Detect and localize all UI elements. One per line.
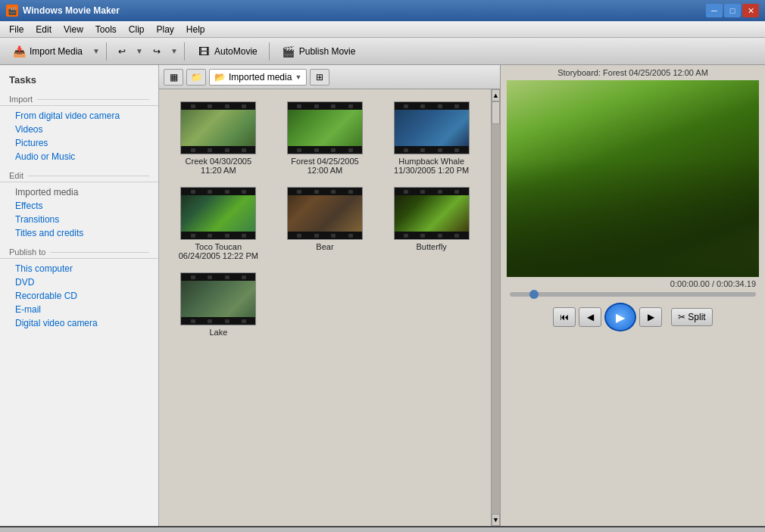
task-dvd[interactable]: DVD: [0, 275, 158, 289]
task-recordable-cd[interactable]: Recordable CD: [0, 289, 158, 303]
scroll-thumb[interactable]: [492, 101, 500, 124]
window-title: Windows Movie Maker: [23, 5, 706, 16]
redo-button[interactable]: ↪: [146, 43, 167, 60]
task-imported-media: Imported media: [0, 185, 158, 199]
menu-file[interactable]: File: [3, 23, 30, 36]
task-videos[interactable]: Videos: [0, 123, 158, 136]
preview-image: [507, 80, 759, 277]
publish-icon: 🎬: [281, 44, 296, 59]
media-label-forest: Forest 04/25/2005 12:00 AM: [283, 157, 367, 175]
folder-button[interactable]: 📁: [186, 69, 206, 86]
media-item-lake[interactable]: Lake: [165, 266, 272, 343]
import-section-header: Import: [0, 92, 158, 106]
minimize-button[interactable]: ─: [706, 4, 723, 17]
close-button[interactable]: ✕: [742, 4, 759, 17]
media-label-creek: Creek 04/30/2005 11:20 AM: [176, 157, 260, 175]
menu-clip[interactable]: Clip: [123, 23, 151, 36]
menu-edit[interactable]: Edit: [30, 23, 58, 36]
seek-track[interactable]: [510, 292, 756, 297]
media-scrollbar: ▲ ▼: [491, 89, 500, 526]
play-button[interactable]: ▶: [604, 303, 636, 331]
media-panel: ▦ 📁 📂 Imported media ▼ ⊞ Cr: [159, 65, 500, 526]
arrange-button[interactable]: ⊞: [310, 69, 329, 86]
film-overlay: [395, 102, 469, 154]
split-icon: ✂: [678, 312, 685, 322]
edit-section-header: Edit: [0, 168, 158, 182]
media-thumb-lake: [180, 272, 256, 325]
main-container: Tasks Import From digital video camera V…: [0, 65, 765, 526]
task-digital-camera[interactable]: Digital video camera: [0, 316, 158, 330]
preview-title: Storyboard: Forest 04/25/2005 12:00 AM: [501, 65, 765, 80]
window-controls: ─ □ ✕: [706, 4, 759, 17]
import-dropdown-arrow[interactable]: ▼: [91, 42, 101, 61]
media-thumb-bear: [287, 187, 363, 240]
scroll-track[interactable]: [492, 101, 500, 514]
preview-time: 0:00:00.00 / 0:00:34.19: [501, 277, 765, 291]
media-thumb-forest: [287, 101, 363, 154]
publish-movie-button[interactable]: 🎬 Publish Movie: [274, 41, 363, 62]
step-back-button[interactable]: ◀: [579, 307, 601, 327]
undo-button[interactable]: ↩: [111, 43, 133, 60]
menu-help[interactable]: Help: [180, 23, 211, 36]
menu-view[interactable]: View: [58, 23, 89, 36]
task-email[interactable]: E-mail: [0, 303, 158, 316]
toolbar: 📥 Import Media ▼ ↩ ▼ ↪ ▼ 🎞 AutoMovie 🎬 P…: [0, 38, 765, 65]
task-pictures[interactable]: Pictures: [0, 136, 158, 150]
seek-bar[interactable]: [501, 291, 765, 298]
media-label-whale: Humpback Whale 11/30/2005 1:20 PM: [390, 157, 473, 175]
film-overlay: [181, 102, 255, 154]
task-effects[interactable]: Effects: [0, 199, 158, 213]
task-this-computer[interactable]: This computer: [0, 262, 158, 275]
media-dropdown[interactable]: 📂 Imported media ▼: [209, 69, 307, 86]
tasks-title: Tasks: [0, 71, 158, 92]
toolbar-separator-1: [106, 42, 107, 61]
menu-bar: File Edit View Tools Clip Play Help: [0, 21, 765, 38]
media-item-toucan[interactable]: Toco Toucan 06/24/2005 12:22 PM: [165, 181, 272, 266]
task-transitions[interactable]: Transitions: [0, 213, 158, 226]
step-forward-button[interactable]: ▶: [639, 307, 662, 327]
task-audio[interactable]: Audio or Music: [0, 150, 158, 163]
media-toolbar: ▦ 📁 📂 Imported media ▼ ⊞: [159, 65, 500, 89]
split-button[interactable]: ✂ Split: [671, 308, 712, 326]
seek-thumb[interactable]: [529, 290, 539, 299]
scroll-down-button[interactable]: ▼: [492, 514, 500, 526]
preview-panel: Storyboard: Forest 04/25/2005 12:00 AM 0…: [500, 65, 765, 526]
media-item-creek[interactable]: Creek 04/30/2005 11:20 AM: [165, 95, 272, 181]
rewind-button[interactable]: ⏮: [553, 307, 576, 327]
title-bar: 🎬 Windows Movie Maker ─ □ ✕: [0, 0, 765, 21]
task-digital-video[interactable]: From digital video camera: [0, 109, 158, 123]
media-thumb-butterfly: [394, 187, 470, 240]
toolbar-separator-2: [184, 42, 185, 61]
media-item-forest[interactable]: Forest 04/25/2005 12:00 AM: [272, 95, 379, 181]
tasks-panel: Tasks Import From digital video camera V…: [0, 65, 159, 526]
film-overlay: [181, 188, 255, 239]
automovie-button[interactable]: 🎞 AutoMovie: [189, 41, 264, 62]
film-overlay: [395, 188, 469, 239]
media-label-lake: Lake: [209, 328, 227, 337]
menu-play[interactable]: Play: [151, 23, 180, 36]
redo-dropdown-arrow[interactable]: ▼: [169, 42, 180, 61]
media-label-toucan: Toco Toucan 06/24/2005 12:22 PM: [176, 242, 260, 260]
storyboard-area: Storyboard ▼ ⏮ ▶ ★ Forest 04/25/2005 12:…: [0, 526, 765, 532]
media-label-bear: Bear: [316, 242, 333, 251]
menu-tools[interactable]: Tools: [89, 23, 123, 36]
folder-icon: 📂: [214, 72, 226, 82]
import-icon: 📥: [11, 44, 27, 59]
media-label-butterfly: Butterfly: [416, 242, 446, 251]
storyboard-toolbar: Storyboard ▼ ⏮ ▶: [0, 527, 765, 532]
media-grid: Creek 04/30/2005 11:20 AM Forest 04/25/2…: [159, 89, 491, 526]
app-icon: 🎬: [6, 5, 18, 17]
task-titles-credits[interactable]: Titles and credits: [0, 226, 158, 240]
maximize-button[interactable]: □: [724, 4, 741, 17]
grid-view-button[interactable]: ▦: [164, 69, 183, 86]
undo-dropdown-arrow[interactable]: ▼: [134, 42, 145, 61]
import-media-button[interactable]: 📥 Import Media: [5, 41, 89, 62]
publish-section-header: Publish to: [0, 244, 158, 259]
preview-controls: ⏮ ◀ ▶ ▶ ✂ Split: [501, 298, 765, 336]
media-item-whale[interactable]: Humpback Whale 11/30/2005 1:20 PM: [378, 95, 485, 181]
media-thumb-creek: [180, 101, 256, 154]
scroll-up-button[interactable]: ▲: [492, 89, 500, 101]
media-item-bear[interactable]: Bear: [272, 181, 379, 266]
film-overlay: [288, 102, 362, 154]
media-item-butterfly[interactable]: Butterfly: [378, 181, 485, 266]
